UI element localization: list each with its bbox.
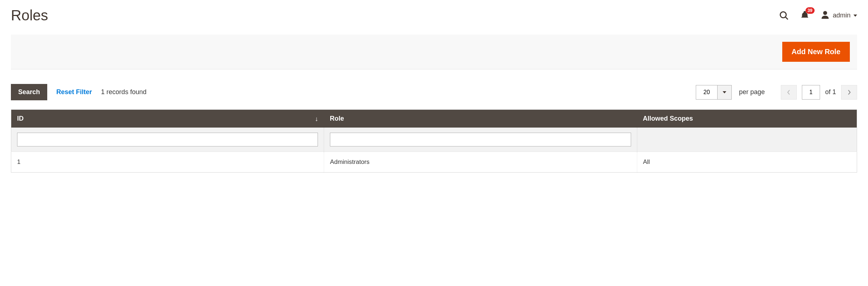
notification-badge: 39	[806, 7, 815, 14]
notifications-button[interactable]: 39	[800, 10, 810, 21]
username-label: admin	[833, 12, 851, 19]
current-page-input[interactable]	[802, 85, 820, 100]
caret-down-icon	[723, 91, 726, 93]
reset-filter-link[interactable]: Reset Filter	[56, 88, 92, 96]
filter-scopes-cell	[637, 128, 857, 152]
sort-down-icon: ↓	[315, 115, 318, 122]
column-header-scopes-label: Allowed Scopes	[643, 115, 693, 122]
filter-role-input[interactable]	[330, 133, 631, 146]
user-menu[interactable]: admin	[820, 10, 857, 21]
chevron-left-icon	[787, 89, 791, 95]
per-page-label: per page	[739, 88, 765, 96]
svg-point-0	[780, 12, 786, 17]
caret-down-icon	[853, 15, 857, 17]
per-page-input[interactable]	[696, 85, 718, 100]
next-page-button[interactable]	[841, 85, 857, 100]
column-header-scopes[interactable]: Allowed Scopes	[637, 110, 857, 128]
user-icon	[820, 10, 830, 21]
svg-line-1	[785, 17, 788, 19]
cell-id: 1	[11, 152, 324, 173]
page-title: Roles	[11, 7, 48, 24]
filter-id-input[interactable]	[17, 133, 318, 146]
page-of-label: of 1	[825, 88, 836, 96]
per-page-dropdown-button[interactable]	[717, 85, 732, 100]
column-header-role[interactable]: Role	[324, 110, 637, 128]
chevron-right-icon	[847, 89, 851, 95]
column-header-role-label: Role	[330, 115, 344, 122]
records-found-text: 1 records found	[101, 88, 146, 96]
prev-page-button[interactable]	[781, 85, 797, 100]
roles-grid: ID ↓ Role Allowed Scopes 1 Administrator…	[11, 109, 857, 173]
add-new-role-button[interactable]: Add New Role	[782, 42, 850, 62]
column-header-id-label: ID	[17, 115, 24, 122]
search-button[interactable]: Search	[11, 84, 47, 100]
svg-point-2	[823, 11, 827, 15]
cell-role: Administrators	[324, 152, 637, 173]
column-header-id[interactable]: ID ↓	[11, 110, 324, 128]
cell-scopes: All	[637, 152, 857, 173]
table-row[interactable]: 1 Administrators All	[11, 152, 857, 173]
global-search-icon[interactable]	[779, 11, 789, 21]
